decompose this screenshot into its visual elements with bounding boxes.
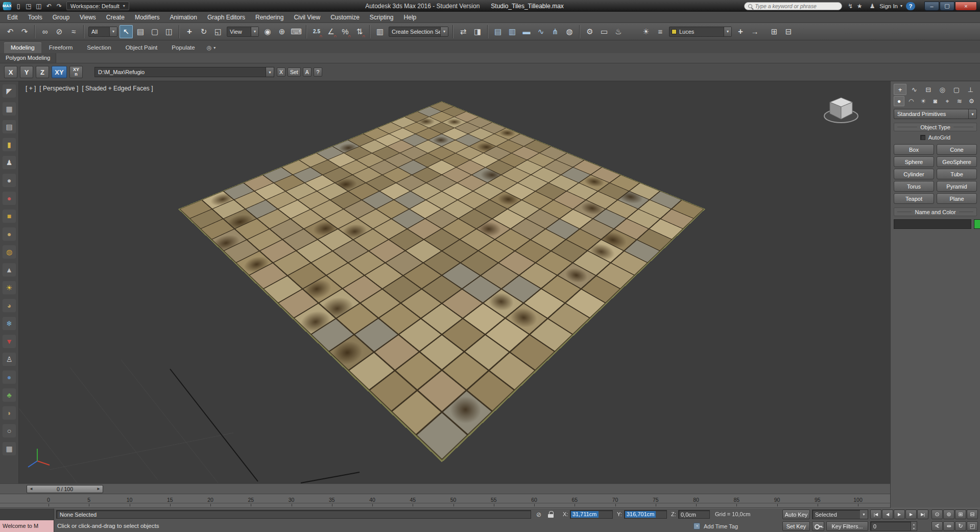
plant-icon[interactable]: ♣ [3,388,16,402]
select-and-manipulate-icon[interactable]: ⊕ [275,25,289,38]
object-type-tube-button[interactable]: Tube [937,169,977,179]
menu-tools[interactable]: Tools [23,12,47,23]
sphere-gray-icon[interactable]: ● [3,174,16,187]
unlink-selection-icon[interactable]: ⊘ [53,25,66,38]
open-file-icon[interactable]: ◳ [23,2,34,11]
isolate-selection-toggle[interactable]: ⊘ [534,511,543,519]
object-name-field[interactable] [894,219,971,229]
cursor-icon[interactable]: ◤ [3,84,16,98]
menu-group[interactable]: Group [47,12,75,23]
circle-icon[interactable]: ○ [3,424,16,437]
go-to-start-button[interactable]: |◀ [870,510,881,519]
select-and-move-icon[interactable]: + [183,25,196,38]
menu-animation[interactable]: Animation [165,12,202,23]
drop-icon[interactable]: ▼ [3,335,16,348]
maximize-button[interactable]: ▢ [940,2,954,11]
box-yellow-icon[interactable]: ■ [3,210,16,223]
chevron-down-icon[interactable]: ▾ [251,27,258,36]
menu-edit[interactable]: Edit [2,12,23,23]
select-remove-icon[interactable]: ⊟ [782,25,795,38]
rectangular-selection-region-icon[interactable]: ▢ [148,25,161,38]
play-button[interactable]: ▶ [894,510,905,519]
zoom-extents-button[interactable]: ⊞ [955,510,966,519]
select-by-name-icon[interactable]: ▤ [134,25,147,38]
close-button[interactable]: × [955,2,977,11]
viewport-menu-shading[interactable]: [ Shaded + Edged Faces ] [82,85,153,92]
ribbon-tab-object-paint[interactable]: Object Paint [119,42,164,53]
sun-icon[interactable]: ☀ [3,281,16,294]
modify-tab[interactable]: ∿ [908,84,921,95]
path-dropdown[interactable]: D:\M_Max\Refugio ▾ [94,67,274,77]
perspective-viewport[interactable]: [ + ] [ Perspective ] [ Shaded + Edged F… [19,81,890,483]
select-object-icon[interactable]: ↖ [119,25,133,38]
object-type-cone-button[interactable]: Cone [937,144,977,155]
chevron-down-icon[interactable]: ▾ [968,109,976,119]
object-type-plane-button[interactable]: Plane [937,193,977,204]
snowflake-icon[interactable]: ❄ [3,317,16,330]
redo-quick-icon[interactable]: ↷ [54,2,64,11]
reference-coordinate-dropdown[interactable]: View▾ [227,27,259,37]
frame-spinner[interactable]: ▴ ▾ [911,522,917,530]
set-keys-key-button[interactable] [812,521,824,531]
align-icon[interactable]: ◨ [471,25,484,38]
grid-icon[interactable]: ▦ [3,442,16,455]
named-selection-sets-dropdown[interactable]: Create Selection Se▾ [389,27,448,37]
create-tab[interactable]: + [894,84,906,95]
set-key-button[interactable]: Set Key [782,521,810,531]
infocenter-search[interactable] [744,2,842,10]
maximize-viewport-button[interactable]: ◰ [967,521,978,531]
xy-n-button[interactable]: XYn [69,66,83,78]
percent-snap-icon[interactable]: %∩ [339,25,352,38]
menu-customize[interactable]: Customize [325,12,365,23]
viewcube[interactable] [820,91,863,134]
workspace-dropdown[interactable]: Workspace: Default ▾ [66,2,129,10]
layer-list-icon[interactable]: ≡ [654,25,667,38]
new-scene-icon[interactable]: ▯ [13,2,23,11]
selection-lock-toggle[interactable] [546,511,556,519]
chevron-down-icon[interactable]: ▾ [266,67,274,77]
ribbon-toggle-icon[interactable]: ▬ [520,25,533,38]
angle-snap-icon[interactable]: ∠∩ [324,25,338,38]
axis-button-x[interactable]: X [4,66,17,78]
zoom-all-button[interactable]: ⊚ [943,510,954,519]
time-slider-handle[interactable]: ◄ 0 / 100 ► [27,485,103,493]
add-selection-to-layer-icon[interactable]: → [748,25,761,38]
favorites-icon[interactable]: ★ [855,3,864,10]
track-bar[interactable]: 0510152025303540455055606570758085909510… [0,494,890,508]
sign-in-button[interactable]: ♟ Sign In ▾ [868,3,902,10]
cameras-category[interactable]: ◙ [930,96,941,106]
layer-lights-icon[interactable]: ☀ [639,25,653,38]
material-red-icon[interactable]: ● [3,192,16,205]
orbit-button[interactable]: ↻ [955,521,966,531]
menu-rendering[interactable]: Rendering [250,12,289,23]
add-time-tag-label[interactable]: Add Time Tag [704,523,738,529]
ribbon-tab-selection[interactable]: Selection [80,42,117,53]
helpers-category[interactable]: ⌖ [942,96,953,106]
layer-explorer-icon[interactable]: ▥ [506,25,519,38]
chevron-down-icon[interactable]: ▾ [109,27,117,36]
spinner-down-icon[interactable]: ▾ [911,526,917,531]
zoom-button[interactable]: ⊙ [931,510,943,519]
menu-civil-view[interactable]: Civil View [289,12,325,23]
keyboard-override-icon[interactable]: ⌨ [290,25,303,38]
object-type-torus-button[interactable]: Torus [894,181,934,192]
chevron-down-icon[interactable]: ▾ [724,27,731,36]
key-filters-button[interactable]: Key Filters... [826,521,868,531]
current-frame-field[interactable]: 0 ▴ ▾ [870,521,917,531]
sphere-blue-icon[interactable]: ● [3,371,16,384]
polygon-modeling-panel[interactable]: Polygon Modeling [0,53,56,63]
hierarchy-tab[interactable]: ⊟ [922,84,935,95]
redo-icon[interactable]: ↷ [18,25,31,38]
utilities-tab[interactable]: ⊥ [964,84,977,95]
snaps-toggle-icon[interactable]: 2.5∩ [310,25,323,38]
name-color-rollout-header[interactable]: Name and Color [894,207,977,216]
use-pivot-point-center-icon[interactable]: ◉ [261,25,274,38]
z-coordinate-field[interactable]: 0,0cm [678,510,710,519]
y-coordinate-field[interactable]: 316,701cm [624,510,667,519]
axis-button-y[interactable]: Y [20,66,33,78]
spinner-snap-icon[interactable]: ⇅∩ [353,25,366,38]
previous-frame-icon[interactable]: ◄ [27,487,35,491]
sphere-tan-icon[interactable]: ● [3,227,16,241]
undo-quick-icon[interactable]: ↶ [44,2,54,11]
help-button[interactable]: ? [906,2,915,10]
